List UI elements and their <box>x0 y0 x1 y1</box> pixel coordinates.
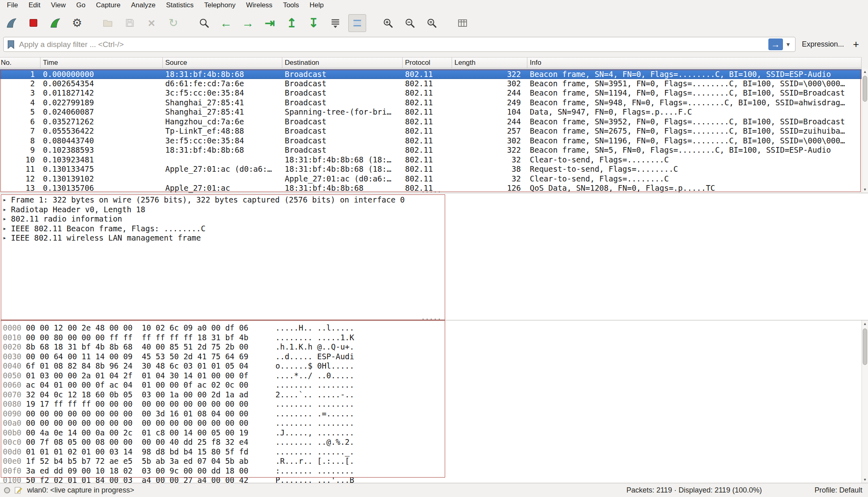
zoom-out-icon[interactable] <box>401 14 419 32</box>
menu-tools[interactable]: Tools <box>278 0 305 10</box>
autoscroll-icon[interactable] <box>326 14 344 32</box>
packet-row[interactable]: 20.002654354d6:61:fe:cd:7a:6eBroadcast80… <box>0 79 862 89</box>
hex-row[interactable]: 005001 03 00 00 2a 01 04 2f 01 04 30 14 … <box>0 371 868 381</box>
hex-row[interactable]: 010050 f2 02 01 01 84 00 03 a4 00 00 27 … <box>0 476 868 483</box>
restart-capture-icon[interactable] <box>46 14 64 32</box>
next-packet-icon[interactable]: → <box>239 14 257 32</box>
hex-row[interactable]: 00d001 01 01 02 01 00 03 14 98 d8 bd b4 … <box>0 447 868 457</box>
packet-row[interactable]: 90.10238859318:31:bf:4b:8b:68Broadcast80… <box>0 145 862 155</box>
zoom-reset-icon[interactable] <box>423 14 441 32</box>
filter-apply-button[interactable]: → <box>768 38 783 50</box>
menu-file[interactable]: File <box>2 0 23 10</box>
display-filter-input[interactable]: Apply a display filter ... <Ctrl-/> → ▾ <box>3 37 795 52</box>
packet-row[interactable]: 60.035271262Hangzhou_cd:7a:6eBroadcast80… <box>0 117 862 127</box>
hex-row[interactable]: 003000 00 64 00 11 14 00 09 45 53 50 2d … <box>0 352 868 362</box>
scroll-down-icon[interactable]: ▼ <box>862 476 868 483</box>
menu-telephony[interactable]: Telephony <box>199 0 241 10</box>
packet-row[interactable]: 30.0118271423c:f5:cc:0e:35:84Broadcast80… <box>0 88 862 98</box>
packet-list-scrollbar-thumb[interactable] <box>863 76 867 102</box>
bytes-scrollbar[interactable]: ▲ ▼ <box>862 320 868 483</box>
hex-row[interactable]: 000000 00 12 00 2e 48 00 00 10 02 6c 09 … <box>0 323 868 333</box>
packet-info: Beacon frame, SN=1194, FN=0, Flags=.....… <box>527 88 862 98</box>
resize-columns-icon[interactable] <box>454 14 471 32</box>
packet-row[interactable]: 50.024060087Shanghai_27:85:41Spanning-tr… <box>0 107 862 117</box>
stop-capture-icon[interactable] <box>24 14 42 32</box>
hex-row[interactable]: 00208b 68 18 31 bf 4b 8b 68 40 00 85 51 … <box>0 342 868 352</box>
column-header-source[interactable]: Source <box>163 58 282 68</box>
goto-packet-icon[interactable]: ⇥ <box>261 14 279 32</box>
column-header-length[interactable]: Length <box>452 58 527 68</box>
expander-icon[interactable]: ▸ <box>3 233 11 243</box>
capture-options-icon[interactable]: ⚙ <box>68 14 86 32</box>
filter-bookmark-icon[interactable] <box>7 40 15 49</box>
save-file-icon[interactable] <box>121 14 139 32</box>
hex-row[interactable]: 00a000 00 00 00 00 00 00 00 00 00 00 00 … <box>0 418 868 428</box>
packet-length: 32 <box>452 174 527 184</box>
packet-no: 7 <box>0 126 41 136</box>
last-packet-icon[interactable]: ↧ <box>305 14 322 32</box>
expander-icon[interactable]: ▸ <box>3 224 11 234</box>
first-packet-icon[interactable]: ↥ <box>283 14 301 32</box>
hex-row[interactable]: 00e01f 52 b4 b5 b7 72 ae e5 5b ab 3a ed … <box>0 456 868 466</box>
scroll-down-icon[interactable]: ▼ <box>862 186 868 193</box>
hex-row[interactable]: 008019 17 ff ff ff 00 00 00 00 00 00 00 … <box>0 399 868 409</box>
menu-help[interactable]: Help <box>304 0 329 10</box>
add-filter-button[interactable]: + <box>851 38 864 51</box>
packet-time: 0.024060087 <box>41 107 163 117</box>
column-header-destination[interactable]: Destination <box>282 58 403 68</box>
hex-row[interactable]: 00c000 7f 08 05 00 08 00 00 00 00 40 dd … <box>0 437 868 447</box>
packet-row[interactable]: 70.055536422Tp-LinkT_ef:48:88Broadcast80… <box>0 126 862 136</box>
open-file-icon[interactable] <box>99 14 117 32</box>
hex-row[interactable]: 007032 04 0c 12 18 60 0b 05 03 00 1a 00 … <box>0 390 868 400</box>
capture-comment-icon[interactable] <box>14 486 22 494</box>
detail-line[interactable]: ▸Frame 1: 322 bytes on wire (2576 bits),… <box>0 195 868 205</box>
packet-row[interactable]: 100.10392348118:31:bf:4b:8b:68 (18:…802.… <box>0 155 862 165</box>
menu-edit[interactable]: Edit <box>23 0 45 10</box>
expander-icon[interactable]: ▸ <box>3 195 11 205</box>
capture-status-icon[interactable] <box>4 487 10 493</box>
profile-selector[interactable]: Profile: Default <box>815 486 862 495</box>
start-capture-icon[interactable] <box>2 14 20 32</box>
close-file-icon[interactable]: × <box>143 14 160 32</box>
column-header-protocol[interactable]: Protocol <box>403 58 452 68</box>
hex-row[interactable]: 0060ac 04 01 00 00 0f ac 04 01 00 00 0f … <box>0 380 868 390</box>
menu-wireless[interactable]: Wireless <box>241 0 277 10</box>
packet-row[interactable]: 10.00000000018:31:bf:4b:8b:68Broadcast80… <box>0 69 862 79</box>
detail-line[interactable]: ▸IEEE 802.11 Beacon frame, Flags: ......… <box>0 224 868 234</box>
colorize-icon[interactable] <box>348 14 366 32</box>
zoom-in-icon[interactable] <box>379 14 397 32</box>
splitter-handle-bottom[interactable]: ····· <box>421 318 441 321</box>
detail-line[interactable]: ▸IEEE 802.11 wireless LAN management fra… <box>0 233 868 243</box>
hex-row[interactable]: 001000 00 80 00 00 00 ff ff ff ff ff ff … <box>0 333 868 343</box>
hex-row[interactable]: 009000 00 00 00 00 00 00 00 00 3d 16 01 … <box>0 409 868 419</box>
packet-row[interactable]: 110.130133475Apple_27:01:ac (d0:a6:…18:3… <box>0 164 862 174</box>
detail-line[interactable]: ▸Radiotap Header v0, Length 18 <box>0 205 868 215</box>
packet-row[interactable]: 40.022799189Shanghai_27:85:41Broadcast80… <box>0 98 862 108</box>
menu-go[interactable]: Go <box>71 0 91 10</box>
menu-statistics[interactable]: Statistics <box>161 0 199 10</box>
column-header-time[interactable]: Time <box>41 58 163 68</box>
packet-list-scrollbar[interactable]: ▲ ▼ <box>862 68 868 193</box>
expander-icon[interactable]: ▸ <box>3 214 11 224</box>
hex-row[interactable]: 00406f 01 08 82 84 8b 96 24 30 48 6c 03 … <box>0 361 868 371</box>
scroll-up-icon[interactable]: ▲ <box>862 68 868 75</box>
menu-view[interactable]: View <box>46 0 71 10</box>
filter-dropdown-caret[interactable]: ▾ <box>783 41 793 48</box>
bytes-scrollbar-thumb[interactable] <box>863 328 867 365</box>
menu-analyze[interactable]: Analyze <box>126 0 160 10</box>
previous-packet-icon[interactable]: ← <box>217 14 235 32</box>
expander-icon[interactable]: ▸ <box>3 205 11 215</box>
reload-icon[interactable]: ↻ <box>164 14 182 32</box>
detail-line[interactable]: ▸802.11 radio information <box>0 214 868 224</box>
hex-row[interactable]: 00f03a ed dd 09 00 10 18 02 03 00 9c 00 … <box>0 466 868 476</box>
column-header-info[interactable]: Info <box>527 58 862 68</box>
hex-row[interactable]: 00b000 4a 0e 14 00 0a 00 2c 01 c8 00 14 … <box>0 428 868 438</box>
splitter-handle-top[interactable]: ····· <box>421 191 441 194</box>
packet-row[interactable]: 120.130139102Apple_27:01:ac (d0:a6:…802.… <box>0 174 862 184</box>
expression-button[interactable]: Expression... <box>795 40 851 49</box>
find-packet-icon[interactable] <box>195 14 213 32</box>
column-header-no[interactable]: No. <box>0 58 41 68</box>
scroll-up-icon[interactable]: ▲ <box>862 320 868 327</box>
packet-row[interactable]: 80.0804437403e:f5:cc:0e:35:84Broadcast80… <box>0 136 862 146</box>
menu-capture[interactable]: Capture <box>91 0 126 10</box>
